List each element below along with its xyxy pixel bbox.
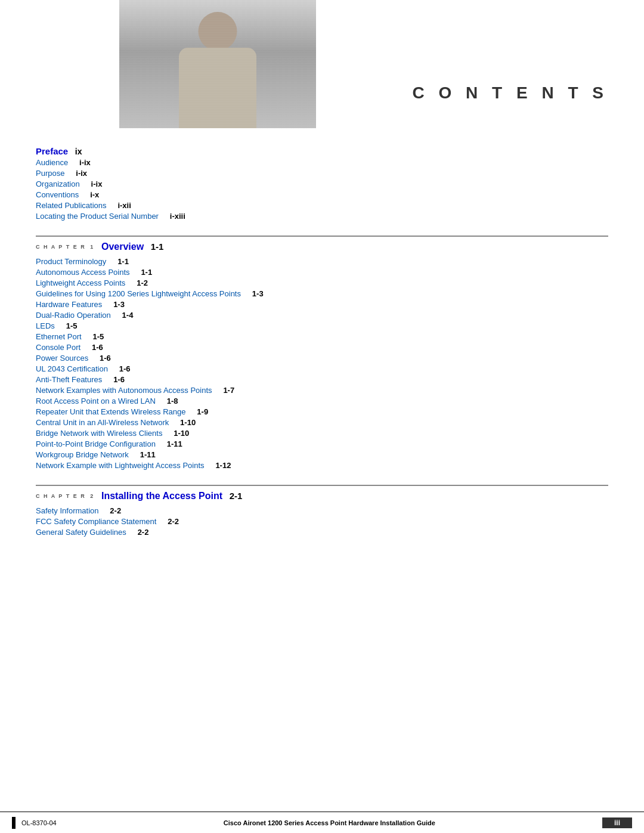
console-port-link[interactable]: Console Port [36, 343, 80, 352]
autonomous-ap-link[interactable]: Autonomous Access Points [36, 268, 130, 277]
general-safety-link[interactable]: General Safety Guidelines [36, 528, 126, 537]
chapter-1-label: C H A P T E R 1 [36, 241, 101, 250]
toc-entry-hardware-features: Hardware Features 1-3 [36, 300, 608, 309]
footer-bar-icon [12, 817, 16, 829]
toc-entry-locating-serial: Locating the Product Serial Number i-xii… [36, 212, 608, 221]
ethernet-port-page: 1-5 [88, 332, 104, 341]
hardware-features-page: 1-3 [109, 300, 125, 309]
audience-page: i-ix [75, 158, 91, 167]
workgroup-bridge-link[interactable]: Workgroup Bridge Network [36, 450, 129, 459]
bridge-network-wireless-link[interactable]: Bridge Network with Wireless Clients [36, 429, 162, 438]
organization-link[interactable]: Organization [36, 179, 80, 188]
product-terminology-page: 1-1 [113, 257, 129, 266]
toc-entry-related-publications: Related Publications i-xii [36, 201, 608, 210]
header-section: C O N T E N T S [0, 0, 644, 128]
repeater-unit-link[interactable]: Repeater Unit that Extends Wireless Rang… [36, 407, 185, 416]
root-ap-wired-lan-link[interactable]: Root Access Point on a Wired LAN [36, 397, 156, 405]
anti-theft-link[interactable]: Anti-Theft Features [36, 375, 102, 384]
related-publications-link[interactable]: Related Publications [36, 201, 107, 210]
toc-entry-fcc-safety: FCC Safety Compliance Statement 2-2 [36, 517, 608, 526]
guidelines-1200-link[interactable]: Guidelines for Using 1200 Series Lightwe… [36, 289, 241, 298]
toc-entry-safety-information: Safety Information 2-2 [36, 506, 608, 515]
chapter-2-page: 2-1 [230, 491, 243, 501]
lightweight-ap-link[interactable]: Lightweight Access Points [36, 278, 125, 287]
toc-entry-purpose: Purpose i-ix [36, 169, 608, 178]
purpose-link[interactable]: Purpose [36, 169, 64, 178]
footer-page-num: iii [602, 817, 632, 828]
bridge-network-wireless-page: 1-10 [169, 429, 189, 438]
toc-entry-audience: Audience i-ix [36, 158, 608, 167]
toc-entry-lightweight-ap: Lightweight Access Points 1-2 [36, 278, 608, 287]
safety-information-link[interactable]: Safety Information [36, 506, 99, 515]
preface-title[interactable]: Preface [36, 146, 68, 156]
toc-entry-ul-2043: UL 2043 Certification 1-6 [36, 364, 608, 373]
footer-left: OL-8370-04 [12, 817, 57, 829]
ul-2043-link[interactable]: UL 2043 Certification [36, 364, 108, 373]
leds-page: 1-5 [61, 321, 77, 330]
hardware-features-link[interactable]: Hardware Features [36, 300, 102, 309]
toc-entry-autonomous-ap: Autonomous Access Points 1-1 [36, 268, 608, 277]
chapter-2-header: C H A P T E R 2 Installing the Access Po… [36, 485, 608, 501]
product-terminology-link[interactable]: Product Terminology [36, 257, 106, 266]
toc-entry-product-terminology: Product Terminology 1-1 [36, 257, 608, 266]
fcc-safety-link[interactable]: FCC Safety Compliance Statement [36, 517, 156, 526]
chapter-1-header: C H A P T E R 1 Overview 1-1 [36, 236, 608, 252]
toc-entry-network-examples-autonomous: Network Examples with Autonomous Access … [36, 386, 608, 395]
conventions-link[interactable]: Conventions [36, 190, 79, 199]
toc-entry-leds: LEDs 1-5 [36, 321, 608, 330]
chapter-2-num: 2 [90, 493, 93, 499]
point-to-point-page: 1-11 [163, 439, 182, 448]
cover-photo [119, 0, 316, 128]
network-example-lightweight-link[interactable]: Network Example with Lightweight Access … [36, 461, 205, 470]
fcc-safety-page: 2-2 [163, 517, 179, 526]
network-example-lightweight-page: 1-12 [211, 461, 231, 470]
leds-link[interactable]: LEDs [36, 321, 55, 330]
toc-entry-central-unit: Central Unit in an All-Wireless Network … [36, 418, 608, 427]
toc-entry-general-safety: General Safety Guidelines 2-2 [36, 528, 608, 537]
toc-entry-organization: Organization i-ix [36, 179, 608, 188]
page-container: C O N T E N T S Preface ix Audience i-ix… [0, 0, 644, 833]
network-examples-autonomous-page: 1-7 [219, 386, 234, 395]
point-to-point-link[interactable]: Point-to-Point Bridge Configuration [36, 439, 156, 448]
dual-radio-link[interactable]: Dual-Radio Operation [36, 311, 111, 320]
ethernet-port-link[interactable]: Ethernet Port [36, 332, 82, 341]
central-unit-link[interactable]: Central Unit in an All-Wireless Network [36, 418, 169, 427]
root-ap-wired-lan-page: 1-8 [163, 397, 178, 405]
chapter-2-title[interactable]: Installing the Access Point [101, 491, 222, 501]
chapter-1-title-block: Overview 1-1 [101, 241, 163, 252]
power-sources-page: 1-6 [95, 354, 111, 363]
guidelines-1200-page: 1-3 [248, 289, 264, 298]
related-publications-page: i-xii [113, 201, 131, 210]
locating-serial-page: i-xiii [166, 212, 185, 221]
safety-information-page: 2-2 [106, 506, 121, 515]
preface-page: ix [75, 147, 82, 156]
toc-entry-repeater-unit: Repeater Unit that Extends Wireless Rang… [36, 407, 608, 416]
general-safety-page: 2-2 [133, 528, 148, 537]
chapter-1-page: 1-1 [151, 241, 164, 252]
toc-entry-conventions: Conventions i-x [36, 190, 608, 199]
audience-link[interactable]: Audience [36, 158, 68, 167]
network-examples-autonomous-link[interactable]: Network Examples with Autonomous Access … [36, 386, 212, 395]
organization-page: i-ix [86, 179, 102, 188]
workgroup-bridge-page: 1-11 [135, 450, 155, 459]
contents-title: C O N T E N T S [413, 83, 608, 103]
chapter-2-title-block: Installing the Access Point 2-1 [101, 491, 242, 501]
repeater-unit-page: 1-9 [193, 407, 208, 416]
dual-radio-page: 1-4 [117, 311, 133, 320]
toc-entry-workgroup-bridge: Workgroup Bridge Network 1-11 [36, 450, 608, 459]
toc-entry-point-to-point: Point-to-Point Bridge Configuration 1-11 [36, 439, 608, 448]
toc-entry-root-ap-wired-lan: Root Access Point on a Wired LAN 1-8 [36, 397, 608, 405]
toc-entry-power-sources: Power Sources 1-6 [36, 354, 608, 363]
toc-entry-anti-theft: Anti-Theft Features 1-6 [36, 375, 608, 384]
power-sources-link[interactable]: Power Sources [36, 354, 88, 363]
locating-serial-link[interactable]: Locating the Product Serial Number [36, 212, 159, 221]
console-port-page: 1-6 [88, 343, 103, 352]
preface-section: Preface ix Audience i-ix Purpose i-ix Or… [36, 146, 608, 221]
chapter-1-title[interactable]: Overview [101, 241, 144, 252]
toc-entry-dual-radio: Dual-Radio Operation 1-4 [36, 311, 608, 320]
toc-entry-bridge-network-wireless: Bridge Network with Wireless Clients 1-1… [36, 429, 608, 438]
chapter-1-num: 1 [90, 244, 93, 250]
footer-doc-num: OL-8370-04 [21, 819, 57, 826]
footer-doc-title: Cisco Aironet 1200 Series Access Point H… [57, 819, 602, 826]
central-unit-page: 1-10 [176, 418, 196, 427]
